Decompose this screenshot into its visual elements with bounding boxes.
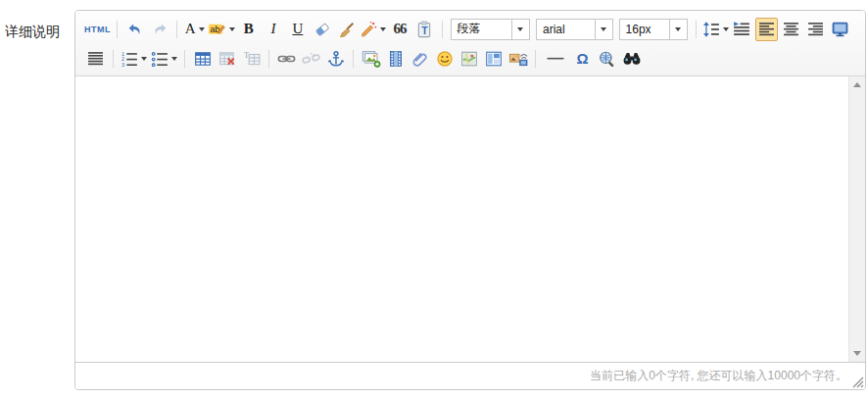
svg-text:T: T: [421, 24, 428, 35]
insert-frame-button[interactable]: [482, 47, 505, 71]
chevron-down-icon: [380, 27, 386, 31]
separator: [117, 21, 118, 38]
format-brush-button[interactable]: [335, 18, 358, 41]
insert-table-button[interactable]: [191, 47, 214, 71]
auto-typeset-icon: [360, 21, 377, 38]
justify-button[interactable]: [84, 47, 107, 71]
chevron-down-icon: [141, 57, 147, 61]
special-chars-button[interactable]: Ω: [571, 47, 594, 71]
emoticon-icon: [436, 50, 454, 68]
preview-icon: [598, 50, 616, 68]
html-source-label: HTML: [84, 25, 111, 34]
delete-table-icon: [218, 50, 236, 68]
separator: [184, 50, 185, 68]
fontsize-select-arrow[interactable]: [669, 20, 687, 39]
font-select-arrow[interactable]: [595, 20, 612, 39]
fullscreen-button[interactable]: [829, 18, 851, 41]
font-color-button[interactable]: A: [183, 18, 206, 41]
separator: [442, 21, 443, 38]
special-chars-icon: Ω: [576, 51, 588, 66]
toolbar-row-2: 123 T: [83, 44, 857, 73]
insert-video-button[interactable]: [384, 47, 407, 71]
search-replace-icon: [622, 50, 642, 68]
ordered-list-button[interactable]: 123: [120, 47, 148, 71]
chevron-down-icon: [199, 27, 205, 31]
underline-button[interactable]: U: [286, 18, 309, 41]
editor-statusbar: 当前已输入0个字符, 您还可以输入10000个字符。: [75, 362, 865, 389]
line-height-icon: [702, 21, 720, 38]
insert-image-button[interactable]: [360, 47, 382, 71]
screenshot-icon: [508, 50, 528, 68]
bold-icon: B: [244, 22, 254, 36]
editor-text-body[interactable]: [75, 76, 848, 362]
undo-button[interactable]: [123, 18, 146, 41]
justify-icon: [87, 50, 104, 67]
separator: [535, 50, 536, 68]
editor-content-area: [75, 76, 865, 362]
link-button[interactable]: [275, 47, 298, 71]
paragraph-select-value: 段落: [452, 21, 511, 37]
attachment-icon: [411, 50, 429, 68]
separator: [113, 50, 114, 68]
toolbar-row-1: HTML A ab B I: [83, 14, 857, 44]
insert-video-icon: [387, 50, 405, 68]
attachment-button[interactable]: [409, 47, 431, 71]
anchor-button[interactable]: [324, 47, 347, 71]
screenshot-button[interactable]: [506, 47, 529, 71]
italic-icon: I: [270, 22, 275, 36]
bold-button[interactable]: B: [237, 18, 260, 41]
vertical-scrollbar[interactable]: [848, 76, 865, 362]
redo-button[interactable]: [148, 18, 170, 41]
insert-frame-icon: [485, 50, 503, 68]
blockquote-button[interactable]: 66: [389, 18, 411, 41]
chevron-down-icon: [601, 27, 606, 31]
resize-handle-icon[interactable]: [851, 375, 864, 388]
svg-text:T: T: [243, 50, 248, 60]
fullscreen-icon: [831, 21, 849, 38]
map-button[interactable]: [458, 47, 480, 71]
chevron-down-icon: [171, 57, 177, 61]
align-right-icon: [807, 21, 824, 37]
paragraph-select-arrow[interactable]: [511, 20, 529, 39]
search-replace-button[interactable]: [620, 47, 643, 71]
scroll-up-icon[interactable]: [853, 82, 861, 87]
underline-icon: U: [292, 22, 303, 36]
blockquote-icon: 66: [394, 21, 407, 37]
unlink-icon: [302, 50, 320, 68]
svg-text:3: 3: [121, 62, 124, 68]
unordered-list-button[interactable]: [150, 47, 178, 71]
chevron-down-icon: [723, 27, 729, 31]
highlight-color-button[interactable]: ab: [208, 18, 235, 41]
html-source-button[interactable]: HTML: [84, 18, 111, 41]
separator: [176, 21, 177, 38]
line-height-button[interactable]: [702, 18, 729, 41]
font-select[interactable]: arial: [536, 19, 613, 40]
insert-table-icon: [194, 50, 212, 68]
preview-button[interactable]: [596, 47, 618, 71]
italic-button[interactable]: I: [262, 18, 284, 41]
align-center-icon: [783, 21, 799, 37]
indent-icon: [733, 21, 750, 38]
separator: [268, 50, 269, 68]
auto-typeset-button[interactable]: [360, 18, 386, 41]
editor-toolbar: HTML A ab B I: [75, 11, 865, 76]
font-color-icon: A: [185, 22, 196, 36]
paste-text-button[interactable]: T: [413, 18, 436, 41]
horizontal-rule-button[interactable]: [542, 47, 569, 71]
scroll-down-icon[interactable]: [853, 351, 861, 356]
align-center-button[interactable]: [780, 18, 802, 41]
format-brush-icon: [338, 21, 356, 38]
eraser-icon: [313, 21, 331, 38]
table-title-button[interactable]: T: [240, 47, 263, 71]
insert-image-icon: [362, 50, 381, 68]
unlink-button[interactable]: [300, 47, 322, 71]
align-right-button[interactable]: [804, 18, 827, 41]
indent-button[interactable]: [731, 18, 753, 41]
fontsize-select[interactable]: 16px: [619, 19, 688, 40]
eraser-button[interactable]: [311, 18, 333, 41]
char-count-text: 当前已输入0个字符, 您还可以输入10000个字符。: [590, 368, 847, 384]
delete-table-button[interactable]: [216, 47, 238, 71]
emoticon-button[interactable]: [433, 47, 456, 71]
paragraph-select[interactable]: 段落: [451, 19, 530, 40]
align-left-button[interactable]: [755, 18, 778, 41]
